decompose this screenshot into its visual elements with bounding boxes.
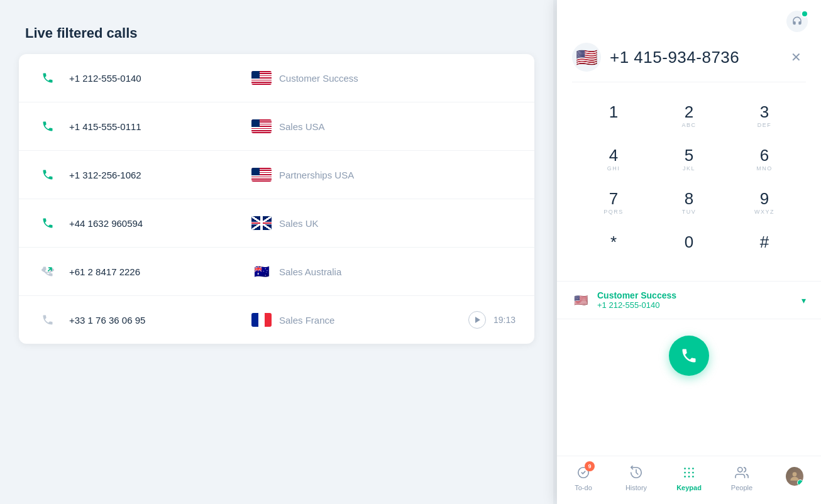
headset-status[interactable]	[786, 10, 808, 33]
page-title: Live filtered calls	[25, 25, 553, 41]
call-line-label: Sales France	[279, 315, 334, 326]
call-inbound-icon	[38, 213, 58, 233]
nav-label-history: History	[625, 484, 647, 491]
call-inbound-icon	[38, 165, 58, 185]
key-8[interactable]: 8 TUV	[651, 182, 727, 225]
key-6[interactable]: 6 MNO	[727, 138, 802, 182]
key-letters: ABC	[681, 122, 696, 129]
call-button[interactable]	[669, 336, 709, 376]
people-icon	[733, 464, 751, 481]
caller-selector-flag: 🇺🇸	[572, 292, 590, 309]
us-flag-icon	[251, 168, 272, 182]
key-hash[interactable]: #	[727, 225, 802, 268]
call-line-label: Customer Success	[279, 73, 358, 84]
widget-top-bar	[557, 0, 821, 33]
key-9[interactable]: 9 WXYZ	[727, 182, 802, 225]
call-line-label: Sales UK	[279, 218, 319, 229]
key-star[interactable]: *	[576, 225, 651, 268]
svg-point-7	[684, 476, 686, 478]
keypad-icon	[680, 464, 698, 481]
key-digit: 1	[609, 104, 618, 120]
key-digit: 4	[609, 147, 618, 163]
nav-label-todo: To-do	[575, 484, 592, 491]
bottom-nav: 9 To-do History	[557, 456, 821, 504]
svg-point-3	[692, 468, 694, 469]
call-line-label: Sales USA	[279, 121, 325, 132]
todo-icon: 9	[575, 464, 592, 481]
us-flag-icon	[251, 71, 272, 85]
key-digit: 0	[685, 234, 693, 250]
svg-point-6	[692, 472, 694, 474]
page-title-bar: Live filtered calls	[0, 25, 553, 54]
table-row[interactable]: +1 312-256-1062 Partnerships USA	[19, 151, 534, 199]
caller-selector-number: +1 212-555-0140	[597, 300, 794, 310]
key-digit: #	[760, 234, 769, 250]
key-letters: TUV	[682, 209, 697, 216]
call-line-info: Partnerships USA	[251, 168, 515, 182]
key-digit: 5	[685, 147, 693, 163]
svg-point-8	[688, 476, 690, 478]
svg-point-10	[738, 468, 742, 472]
call-line-info: Sales USA	[251, 119, 515, 133]
user-avatar-icon	[786, 468, 803, 485]
svg-point-1	[684, 468, 686, 469]
nav-item-todo[interactable]: 9 To-do	[557, 464, 610, 491]
phone-widget: 🇺🇸 +1 415-934-8736 ✕ 1 2 ABC 3 DEF 4 GHI…	[557, 0, 821, 504]
keypad-grid: 1 2 ABC 3 DEF 4 GHI 5 JKL 6 MNO 7 PQRS 8	[557, 82, 821, 281]
caller-selector-info: Customer Success +1 212-555-0140	[597, 290, 794, 310]
table-row[interactable]: +1 212-555-0140 Customer Success	[19, 54, 534, 102]
call-button-wrap	[557, 329, 821, 388]
key-1[interactable]: 1	[576, 95, 651, 138]
call-phone-number: +33 1 76 36 06 95	[69, 315, 201, 326]
svg-point-5	[688, 472, 690, 474]
key-digit: *	[610, 234, 617, 250]
phone-header: 🇺🇸 +1 415-934-8736 ✕	[557, 33, 821, 82]
uk-flag-icon	[251, 216, 272, 230]
key-4[interactable]: 4 GHI	[576, 138, 651, 182]
key-7[interactable]: 7 PQRS	[576, 182, 651, 225]
au-flag-icon: 🇦🇺	[251, 265, 272, 278]
chevron-down-icon: ▾	[802, 295, 806, 305]
caller-selector[interactable]: 🇺🇸 Customer Success +1 212-555-0140 ▾	[557, 281, 821, 319]
calls-table: +1 212-555-0140 Customer Success +1 415-…	[19, 54, 534, 344]
call-phone-number: +61 2 8417 2226	[69, 266, 201, 277]
key-2[interactable]: 2 ABC	[651, 95, 727, 138]
key-digit: 9	[760, 190, 769, 207]
key-digit: 2	[685, 104, 693, 120]
nav-item-avatar[interactable]	[768, 468, 821, 488]
key-digit: 3	[760, 104, 769, 120]
call-phone-number: +44 1632 960594	[69, 218, 201, 229]
nav-item-people[interactable]: People	[715, 464, 768, 491]
table-row[interactable]: +1 415-555-0111 Sales USA	[19, 102, 534, 151]
call-duration: 19:13	[493, 315, 515, 325]
table-row[interactable]: +33 1 76 36 06 95 Sales France 19:13	[19, 296, 534, 344]
table-row[interactable]: +61 2 8417 2226 🇦🇺 Sales Australia	[19, 248, 534, 296]
key-3[interactable]: 3 DEF	[727, 95, 802, 138]
svg-point-4	[684, 472, 686, 474]
table-row[interactable]: +44 1632 960594 Sales UK	[19, 199, 534, 248]
key-5[interactable]: 5 JKL	[651, 138, 727, 182]
history-icon	[627, 464, 645, 481]
call-line-info: Sales France	[251, 313, 468, 327]
online-status-dot	[801, 10, 808, 18]
svg-point-9	[692, 476, 694, 478]
nav-item-history[interactable]: History	[610, 464, 663, 491]
avatar-online-dot	[797, 479, 803, 486]
call-row-actions: 19:13	[468, 311, 515, 329]
call-phone-number: +1 415-555-0111	[69, 121, 201, 132]
call-line-label: Sales Australia	[279, 266, 341, 277]
key-letters: GHI	[607, 165, 620, 173]
key-letters: JKL	[683, 165, 695, 173]
key-0[interactable]: 0	[651, 225, 727, 268]
call-line-info: 🇦🇺 Sales Australia	[251, 265, 515, 278]
us-flag-icon	[251, 119, 272, 133]
todo-badge: 9	[585, 461, 595, 471]
call-ringing-icon	[38, 310, 58, 330]
key-digit: 7	[609, 190, 618, 207]
nav-item-keypad[interactable]: Keypad	[663, 464, 715, 491]
key-letters: DEF	[758, 122, 772, 129]
play-button[interactable]	[468, 311, 486, 329]
call-phone-number: +1 312-256-1062	[69, 170, 201, 180]
key-letters: MNO	[756, 165, 773, 173]
close-widget-button[interactable]: ✕	[786, 47, 806, 67]
